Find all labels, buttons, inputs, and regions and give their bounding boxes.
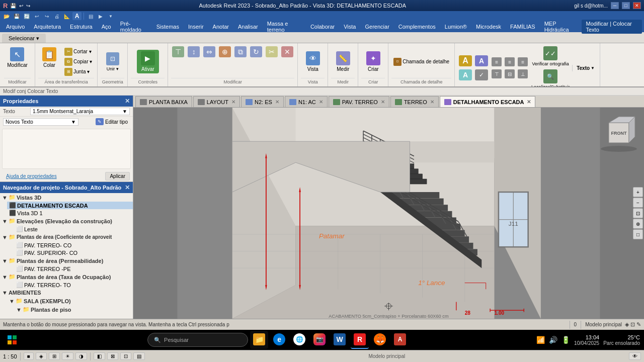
taskbar-search[interactable]: 🔍 Pesquisar bbox=[147, 333, 248, 347]
menu-colaborar[interactable]: Colaborar bbox=[306, 23, 339, 31]
text-A-btn[interactable]: A bbox=[458, 54, 473, 67]
join-btn[interactable]: ⊞ Junta ▾ bbox=[62, 67, 94, 76]
nav-tree-item-plantas-piso[interactable]: ▼ 📁 Plantas de piso bbox=[14, 305, 133, 314]
nav-tree-item-plantas-taxa[interactable]: ▼ 📁 Plantas de área (Taxa de Ocupação) bbox=[0, 273, 133, 281]
open-btn[interactable]: 📂 bbox=[2, 12, 11, 20]
align-right-btn[interactable]: ≡ bbox=[517, 56, 529, 67]
menu-anotar[interactable]: Anotar bbox=[209, 23, 233, 31]
zoom-in-btn[interactable]: + bbox=[633, 187, 643, 197]
measure-btn[interactable]: 📐 bbox=[62, 12, 71, 20]
undo-btn[interactable]: ↩ bbox=[19, 3, 23, 9]
tab-n2es[interactable]: N2: ES ✕ bbox=[241, 96, 284, 107]
quick-save-btn[interactable]: 💾 bbox=[10, 3, 16, 9]
edit-type-btn[interactable]: ✎ Editar tipo bbox=[94, 118, 130, 126]
verify-spell-btn[interactable]: ✓✓ Verificar ortografia bbox=[530, 45, 571, 67]
tab-close-n1ac[interactable]: ✕ bbox=[319, 99, 323, 105]
redo-btn[interactable]: ↪ bbox=[26, 3, 30, 9]
delete-btn[interactable]: ✕ bbox=[280, 45, 294, 59]
ribbon-modify-btn[interactable]: ↖ Modificar bbox=[4, 45, 31, 70]
new-text-dropdown[interactable]: Novos Texto ▼ bbox=[3, 118, 78, 126]
nav-item-pav-terreo-to[interactable]: ⬜ PAV. TERREO- TO bbox=[14, 281, 133, 289]
nav-tree-item-plantas-coef[interactable]: ▼ 📁 Plantas de área (Coeficiente de apro… bbox=[0, 233, 133, 241]
menu-mep[interactable]: MEP Hidráulica bbox=[540, 20, 581, 34]
rotate-btn[interactable]: ↻ bbox=[249, 45, 263, 59]
nav-tree-item-elevacoes[interactable]: ▼ 📁 Elevações (Elevação da construção) bbox=[0, 217, 133, 225]
move-btn[interactable]: ⊕ bbox=[218, 45, 232, 59]
redo-qa-btn[interactable]: ↪ bbox=[42, 12, 51, 20]
mirror-btn[interactable]: ⇔ bbox=[202, 45, 216, 59]
menu-inserir[interactable]: Inserir bbox=[184, 23, 208, 31]
tab-n1ac[interactable]: N1: AC ✕ bbox=[285, 96, 328, 107]
nav-tree-item-plantas-perm[interactable]: ▼ 📁 Plantas de área (Permeabilidade) bbox=[0, 256, 133, 265]
tab-layout[interactable]: LAYOUT ✕ bbox=[193, 96, 240, 107]
text-A3-btn[interactable]: A bbox=[458, 68, 473, 81]
maximize-btn[interactable]: □ bbox=[622, 2, 630, 9]
taskbar-file-explorer[interactable]: 📁 bbox=[250, 331, 268, 349]
find-replace-btn[interactable]: 🔍 Localizar/Substituir bbox=[530, 68, 571, 87]
sync-btn[interactable]: 🔄 bbox=[22, 12, 31, 20]
create-btn[interactable]: ✦ Criar bbox=[362, 49, 384, 74]
tab-planta-baixa[interactable]: PLANTA BAIXA bbox=[135, 96, 192, 107]
taskbar-edge[interactable]: e bbox=[270, 331, 288, 349]
copy-btn[interactable]: ⧉ Copiar ▾ bbox=[62, 57, 94, 66]
spell-check-btn[interactable]: ✓ bbox=[474, 68, 489, 81]
tab-detalhamento-escada[interactable]: DETALHAMENTO ESCADA ✕ bbox=[440, 96, 536, 107]
prop-type-dropdown[interactable]: 1.5mm Montserrat_Laranja ▼ bbox=[30, 108, 130, 115]
tab-close-layout[interactable]: ✕ bbox=[231, 99, 235, 105]
navigation-cube[interactable]: FRONT bbox=[599, 113, 639, 153]
nav-tree-item-sala[interactable]: ▼ 📁 SALA (EXEMPLO) bbox=[7, 297, 133, 305]
tab-select[interactable]: Selecionar ▾ bbox=[2, 34, 46, 43]
taskbar-revit[interactable]: R bbox=[351, 331, 369, 349]
save-btn[interactable]: 💾 bbox=[12, 12, 21, 20]
arrow-right-btn[interactable]: ▶ bbox=[96, 12, 105, 20]
taskbar-chrome[interactable]: 🌐 bbox=[290, 331, 308, 349]
menu-complementos[interactable]: Complementos bbox=[394, 23, 440, 31]
valign-top-btn[interactable]: ⊤ bbox=[491, 68, 503, 79]
clock-display[interactable]: 13:04 10/04/2025 bbox=[574, 334, 599, 346]
menu-aco[interactable]: Aço bbox=[98, 23, 115, 31]
viewport[interactable]: J11 Patamar 1° Lanc bbox=[133, 108, 644, 319]
nav-item-detalhamento-escada[interactable]: ⬛ DETALHAMENTO ESCADA bbox=[7, 202, 133, 209]
view-btn[interactable]: 👁 Vista bbox=[302, 49, 324, 74]
drop-arrow[interactable]: ▼ bbox=[106, 12, 115, 20]
geometry-btn-1[interactable]: ⊡ Unir ▾ bbox=[105, 51, 120, 72]
undo-qa-btn[interactable]: ↩ bbox=[32, 12, 41, 20]
text-dropdown-btn[interactable]: Texto ▼ bbox=[575, 65, 597, 71]
menu-arquitetura[interactable]: Arquitetura bbox=[30, 23, 65, 31]
align-btn[interactable]: ⊤ bbox=[171, 45, 185, 59]
taskbar-firefox[interactable]: 🦊 bbox=[371, 331, 389, 349]
nav-item-pav-terreo-co[interactable]: ⬜ PAV. TERREO- CO bbox=[14, 241, 133, 249]
tab-close-detalhamento[interactable]: ✕ bbox=[527, 99, 531, 105]
paste-btn[interactable]: 📋 Colar bbox=[38, 45, 60, 70]
taskbar-autocad[interactable]: A bbox=[391, 331, 409, 349]
nav-tree-item-vistas3d[interactable]: ▼ 📁 Vistas 3D bbox=[0, 193, 133, 202]
menu-microdesk[interactable]: Microdesk bbox=[472, 23, 505, 31]
copy2-btn[interactable]: ⧉ bbox=[233, 45, 248, 59]
trim-btn[interactable]: ✂ bbox=[265, 45, 279, 59]
start-button[interactable] bbox=[4, 332, 20, 348]
tab-terreo[interactable]: TERREO ✕ bbox=[390, 96, 439, 107]
properties-close-btn[interactable]: ✕ bbox=[125, 98, 130, 105]
menu-analisar[interactable]: Analisar bbox=[234, 23, 262, 31]
measure-btn[interactable]: 📏 Medir bbox=[332, 49, 354, 74]
align-left-btn[interactable]: ≡ bbox=[491, 56, 503, 67]
text-A2-btn[interactable]: A bbox=[474, 54, 489, 67]
print-btn[interactable]: 🖨 bbox=[52, 12, 61, 20]
zoom-fit-btn[interactable]: ⊡ bbox=[633, 208, 643, 218]
nav-tree-item-ambientes[interactable]: ▼ AMBIENTES bbox=[0, 289, 133, 297]
tab-close-terreo[interactable]: ✕ bbox=[430, 99, 434, 105]
nav-item-pav-superior-co[interactable]: ⬜ PAV. SUPERIOR- CO bbox=[14, 249, 133, 256]
help-properties-link[interactable]: Ajuda de propriedades bbox=[3, 172, 60, 180]
menu-familias[interactable]: FAMÍLIAS bbox=[506, 23, 539, 31]
menu-arquivo[interactable]: Arquivo bbox=[2, 23, 29, 31]
menu-estrutura[interactable]: Estrutura bbox=[66, 23, 97, 31]
taskbar-instagram[interactable]: 📷 bbox=[310, 331, 329, 349]
text-btn[interactable]: A bbox=[72, 12, 82, 20]
cut-btn[interactable]: ✂ Cortar ▾ bbox=[62, 47, 94, 56]
3d-orbit-btn[interactable]: ⊕ bbox=[633, 219, 643, 229]
tab-pav-terreo[interactable]: PAV. TERREO ✕ bbox=[329, 96, 389, 107]
apply-btn[interactable]: Aplicar bbox=[105, 172, 130, 180]
valign-mid-btn[interactable]: ⊟ bbox=[504, 68, 516, 79]
nav-item-pav-terreo-pe[interactable]: ⬜ PAV. TERREO -PE bbox=[14, 265, 133, 273]
nav-item-leste[interactable]: ⬜ Leste bbox=[14, 225, 133, 233]
